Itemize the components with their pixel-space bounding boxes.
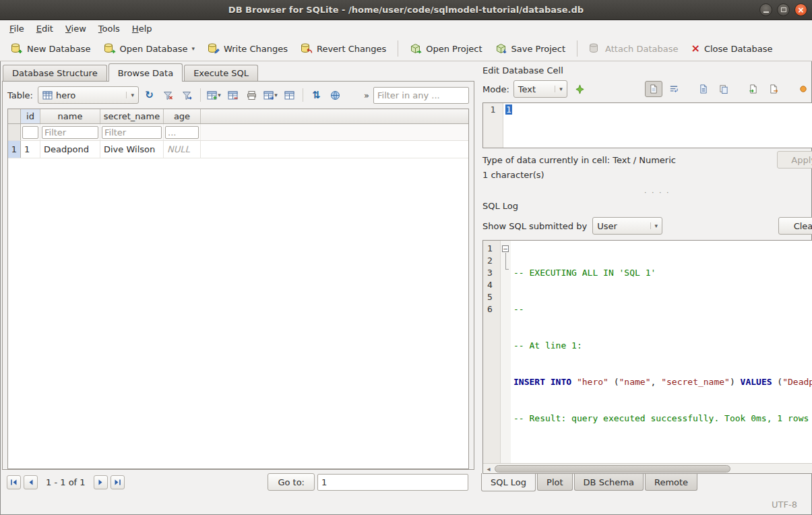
filter-input-secret-name[interactable]	[102, 126, 162, 139]
save-project-button[interactable]: Save Project	[490, 39, 571, 58]
column-header-age[interactable]: age	[164, 109, 201, 123]
insert-record-dropdown-icon[interactable]: ▾	[218, 92, 221, 98]
encoding-button[interactable]	[327, 87, 344, 103]
import-record-button[interactable]	[281, 87, 298, 103]
edit-cell-title: Edit Database Cell	[482, 65, 812, 75]
close-database-button[interactable]: × Close Database	[685, 40, 778, 57]
filter-input-id[interactable]	[22, 126, 38, 139]
menu-file[interactable]: File	[4, 22, 30, 36]
cell-secret-name[interactable]: Dive Wilson	[100, 141, 164, 158]
set-null-button[interactable]	[794, 81, 812, 97]
save-filter-button[interactable]	[179, 87, 195, 103]
column-header-id[interactable]: id	[21, 109, 40, 123]
statusbar: UTF-8	[0, 494, 812, 515]
filter-input-age[interactable]	[165, 126, 199, 139]
menu-help[interactable]: Help	[127, 22, 158, 36]
word-wrap-button[interactable]	[665, 81, 683, 97]
tab-remote[interactable]: Remote	[645, 474, 697, 491]
filter-input-name[interactable]	[42, 126, 98, 139]
clear-log-button[interactable]: Clear	[778, 217, 812, 235]
close-button[interactable]: ×	[794, 3, 807, 16]
revert-changes-button[interactable]: Revert Changes	[295, 39, 392, 58]
insert-record-button[interactable]: ▾	[206, 87, 222, 103]
tab-browse-data[interactable]: Browse Data	[108, 63, 183, 82]
tab-database-structure[interactable]: Database Structure	[3, 65, 107, 81]
cell-name[interactable]: Deadpond	[40, 141, 100, 158]
filter-filler	[201, 124, 468, 140]
clear-filters-button[interactable]	[160, 87, 177, 103]
minimize-button[interactable]	[759, 3, 772, 16]
export-cell-button[interactable]	[765, 81, 782, 97]
open-database-icon	[104, 42, 116, 55]
cell-id[interactable]: 1	[21, 141, 40, 158]
menu-edit[interactable]: Edit	[31, 22, 59, 36]
log-line: -- EXECUTING ALL IN 'SQL 1'	[513, 267, 812, 279]
mode-label: Mode:	[482, 84, 509, 94]
tab-db-schema[interactable]: DB Schema	[574, 474, 644, 491]
menu-tools[interactable]: Tools	[93, 22, 125, 36]
fold-collapse-icon[interactable]: −	[502, 245, 509, 252]
horizontal-scrollbar[interactable]: ◂ ▸	[483, 463, 812, 473]
open-project-button[interactable]: Open Project	[404, 39, 487, 58]
close-icon: ×	[797, 6, 804, 14]
write-changes-button[interactable]: Write Changes	[202, 39, 293, 58]
toolbar-separator	[398, 40, 398, 57]
open-database-button[interactable]: Open Database ▾	[98, 39, 200, 58]
table-label: Table:	[7, 90, 33, 100]
toolbar-separator	[200, 88, 201, 102]
corner-header[interactable]	[8, 109, 21, 123]
open-database-dropdown-icon[interactable]: ▾	[191, 46, 195, 52]
first-record-button[interactable]	[7, 475, 21, 489]
delete-record-button[interactable]	[224, 87, 241, 103]
print-button[interactable]	[243, 87, 260, 103]
cell-editor-content[interactable]: 1	[503, 103, 812, 148]
column-header-name[interactable]: name	[40, 109, 100, 123]
menu-view[interactable]: View	[60, 22, 92, 36]
toolbar-overflow-icon[interactable]: »	[362, 90, 371, 100]
scrollbar-thumb[interactable]	[495, 465, 730, 473]
line-number: 5	[487, 291, 500, 303]
import-cell-button[interactable]	[745, 81, 762, 97]
mode-select[interactable]: Text ▾	[513, 80, 567, 98]
splitter-handle[interactable]: · · · ·	[478, 190, 812, 198]
export-record-icon	[263, 90, 274, 100]
table-select[interactable]: hero ▾	[38, 86, 139, 104]
import-icon	[749, 84, 758, 94]
goto-button[interactable]: Go to:	[268, 473, 315, 491]
sql-log-editor[interactable]: 1 2 3 4 5 6 − -- EXECUTING ALL IN 'SQL 1…	[482, 240, 812, 474]
auto-format-button[interactable]	[571, 81, 589, 97]
tab-sql-log[interactable]: SQL Log	[481, 473, 536, 491]
sort-button[interactable]: ⇅	[308, 87, 325, 103]
maximize-button[interactable]	[777, 3, 790, 16]
goto-input[interactable]	[317, 474, 468, 491]
browse-controls: Table: hero ▾ ↻ ▾	[3, 82, 474, 109]
toolbar-separator	[303, 88, 303, 102]
new-database-button[interactable]: New Database	[5, 39, 96, 58]
cell-age[interactable]: NULL	[164, 141, 201, 158]
filter-any-input[interactable]	[373, 87, 469, 104]
copy-cell-button[interactable]	[715, 81, 732, 97]
log-line: -- Result: query executed successfully. …	[513, 413, 812, 425]
refresh-button[interactable]: ↻	[141, 87, 158, 103]
text-mode-button[interactable]	[645, 81, 662, 97]
window-title: DB Browser for SQLite - /home/user/code/…	[228, 5, 584, 15]
previous-record-button[interactable]	[24, 475, 38, 489]
toolbar-separator	[577, 40, 577, 57]
tab-execute-sql[interactable]: Execute SQL	[184, 65, 258, 81]
row-header[interactable]: 1	[8, 141, 21, 158]
submitter-select[interactable]: User ▾	[592, 217, 662, 235]
tab-plot[interactable]: Plot	[537, 474, 573, 491]
open-file-button[interactable]	[695, 81, 712, 97]
last-record-button[interactable]	[111, 475, 125, 489]
cell-editor[interactable]: 1 1	[482, 102, 812, 148]
log-line: -- At line 1:	[513, 340, 812, 352]
column-header-secret-name[interactable]: secret_name	[100, 109, 164, 123]
log-line: INSERT INTO "hero" ("name", "secret_name…	[513, 376, 812, 388]
export-record-button[interactable]: ▾	[262, 87, 279, 103]
clear-filters-icon	[163, 90, 173, 100]
chevron-down-icon: ▾	[126, 92, 134, 98]
export-record-dropdown-icon[interactable]: ▾	[274, 92, 278, 98]
next-record-button[interactable]	[94, 475, 108, 489]
fold-guide-line	[505, 253, 506, 269]
scroll-left-icon[interactable]: ◂	[483, 464, 494, 473]
